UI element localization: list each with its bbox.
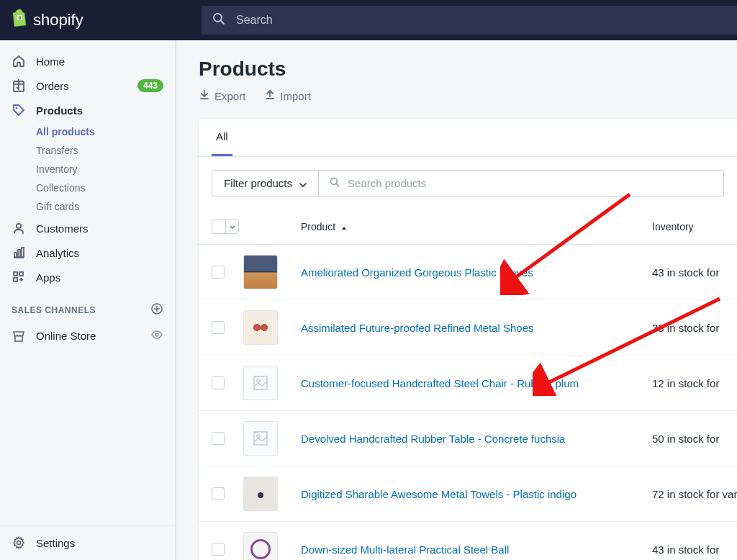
home-icon [12,54,26,68]
row-checkbox[interactable] [212,432,225,445]
products-icon [12,103,26,117]
sales-channels-heading: SALES CHANNELS [0,289,175,323]
search-icon [329,176,340,190]
sidebar-item-analytics[interactable]: Analytics [0,240,175,265]
svg-rect-6 [14,253,17,257]
orders-icon [12,78,26,93]
svg-point-14 [17,541,21,545]
import-icon [264,89,276,103]
tabs: All [199,119,737,157]
product-link[interactable]: Customer-focused Handcrafted Steel Chair… [301,377,652,389]
product-link[interactable]: Assimilated Future-proofed Refined Metal… [301,322,652,334]
sidebar-item-orders[interactable]: Orders 443 [0,73,175,98]
svg-rect-10 [19,272,23,276]
products-card: All Filter products Search products [199,119,737,560]
inventory-text: 12 in stock for [652,377,724,389]
row-checkbox[interactable] [212,376,225,389]
svg-line-2 [221,21,224,24]
search-products-input[interactable]: Search products [319,170,724,197]
page-title: Products [199,58,737,81]
export-icon [199,89,210,103]
filter-row: Filter products Search products [199,157,737,209]
svg-point-18 [257,379,260,382]
inventory-text: 50 in stock for [652,433,724,445]
sidebar-sub-inventory[interactable]: Inventory [0,160,175,179]
inventory-text: 72 in stock for variants [652,488,724,500]
nav-label: Home [36,55,65,68]
sidebar-item-products[interactable]: Products [0,98,175,122]
import-button[interactable]: Import [264,89,311,103]
inventory-text: 33 in stock for [652,322,724,334]
add-channel-button[interactable] [150,302,163,317]
product-thumbnail[interactable] [243,421,278,456]
product-row: Digitized Sharable Awesome Metal Towels … [199,466,737,522]
sidebar-sub-gift-cards[interactable]: Gift cards [0,197,175,216]
row-checkbox[interactable] [212,543,225,556]
sidebar-sub-all-products[interactable]: All products [0,122,175,141]
row-checkbox[interactable] [212,321,225,334]
caret-down-icon [299,177,307,189]
sidebar-item-customers[interactable]: Customers [0,216,175,240]
select-all-checkbox[interactable] [212,220,239,234]
sidebar-item-settings[interactable]: Settings [0,525,175,560]
filter-products-button[interactable]: Filter products [212,170,319,197]
tab-all[interactable]: All [212,119,232,156]
analytics-icon [12,245,26,260]
row-checkbox[interactable] [212,266,225,279]
svg-rect-7 [18,250,20,257]
channel-label: Online Store [36,330,96,342]
inventory-text: 43 in stock for [652,266,724,279]
svg-point-20 [257,435,260,438]
product-link[interactable]: Ameliorated Organized Gorgeous Plastic G… [301,266,652,279]
column-inventory[interactable]: Inventory [652,221,724,232]
channel-online-store[interactable]: Online Store [0,323,175,348]
search-placeholder: Search [236,14,273,27]
product-thumbnail[interactable] [243,477,278,511]
product-thumbnail[interactable] [243,255,278,289]
brand-logo[interactable]: shopify [0,9,176,32]
svg-point-13 [155,333,158,336]
product-link[interactable]: Digitized Sharable Awesome Metal Towels … [301,488,652,500]
shopify-bag-icon [12,9,29,32]
nav-label: Products [36,104,83,117]
svg-line-16 [336,184,338,186]
nav-label: Apps [36,271,60,284]
row-checkbox[interactable] [212,487,225,500]
product-thumbnail[interactable] [243,366,278,400]
page-actions: Export Import [199,89,737,103]
brand-name: shopify [33,11,83,30]
sidebar-sub-collections[interactable]: Collections [0,179,175,197]
product-link[interactable]: Down-sized Multi-lateral Practical Steel… [301,543,652,556]
product-row: Ameliorated Organized Gorgeous Plastic G… [199,245,737,300]
main-content: Products Export Import All Filter [176,40,737,560]
global-search[interactable]: Search [202,6,737,35]
sidebar: Home Orders 443 Products All products Tr… [0,40,176,560]
svg-rect-11 [14,278,17,281]
svg-rect-8 [22,248,24,257]
nav-label: Analytics [36,247,79,259]
nav-label: Settings [36,537,75,549]
product-link[interactable]: Devolved Handcrafted Rubber Table - Conc… [301,433,652,445]
customers-icon [12,221,26,235]
svg-rect-9 [14,272,17,276]
top-bar: shopify Search [0,0,737,40]
select-all-dropdown[interactable] [225,220,238,233]
search-icon [212,12,236,29]
product-row: Down-sized Multi-lateral Practical Steel… [199,522,737,560]
apps-icon [12,270,26,284]
sidebar-sub-transfers[interactable]: Transfers [0,141,175,160]
export-button[interactable]: Export [199,89,245,103]
nav-label: Customers [36,222,89,235]
orders-badge: 443 [137,79,163,92]
view-store-button[interactable] [150,328,163,343]
product-thumbnail[interactable] [243,310,278,345]
inventory-text: 43 in stock for [652,543,724,556]
product-row: Assimilated Future-proofed Refined Metal… [199,300,737,356]
product-thumbnail[interactable] [243,532,278,560]
table-header: Product Inventory [199,209,737,245]
sort-asc-icon [341,221,347,232]
svg-point-4 [16,107,18,109]
column-product[interactable]: Product [301,221,652,232]
sidebar-item-apps[interactable]: Apps [0,265,175,289]
sidebar-item-home[interactable]: Home [0,49,175,73]
